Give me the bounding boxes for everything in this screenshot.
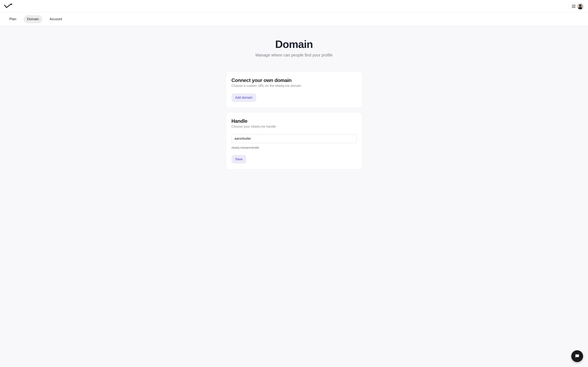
tabs-nav: Plan Domain Account xyxy=(0,13,588,26)
avatar xyxy=(577,3,583,9)
logo[interactable] xyxy=(4,3,13,9)
page-subtitle: Manage where can people find your profil… xyxy=(255,53,333,58)
svg-point-0 xyxy=(11,4,12,5)
main-content: Domain Manage where can people find your… xyxy=(0,26,588,191)
tab-plan[interactable]: Plan xyxy=(6,15,20,23)
connect-card-title: Connect your own domain xyxy=(232,77,357,83)
handle-helper-text: vitaely.me/aaronbutler xyxy=(232,146,357,149)
handle-card: Handle Choose your vitaely.me handle vit… xyxy=(226,113,362,169)
handle-input[interactable] xyxy=(232,134,357,143)
connect-domain-card: Connect your own domain Choose a custom … xyxy=(226,72,362,108)
handle-card-title: Handle xyxy=(232,118,357,124)
add-domain-button[interactable]: Add domain xyxy=(232,93,256,102)
save-button[interactable]: Save xyxy=(232,155,246,164)
menu-icon xyxy=(571,4,577,8)
handle-card-subtitle: Choose your vitaely.me handle xyxy=(232,125,357,128)
user-menu[interactable] xyxy=(568,2,584,10)
tab-account[interactable]: Account xyxy=(46,15,65,23)
header xyxy=(0,0,588,13)
tab-domain[interactable]: Domain xyxy=(24,15,42,23)
connect-card-subtitle: Choose a custom URL on the vitaely.me do… xyxy=(232,84,357,88)
page-title: Domain xyxy=(275,38,313,50)
